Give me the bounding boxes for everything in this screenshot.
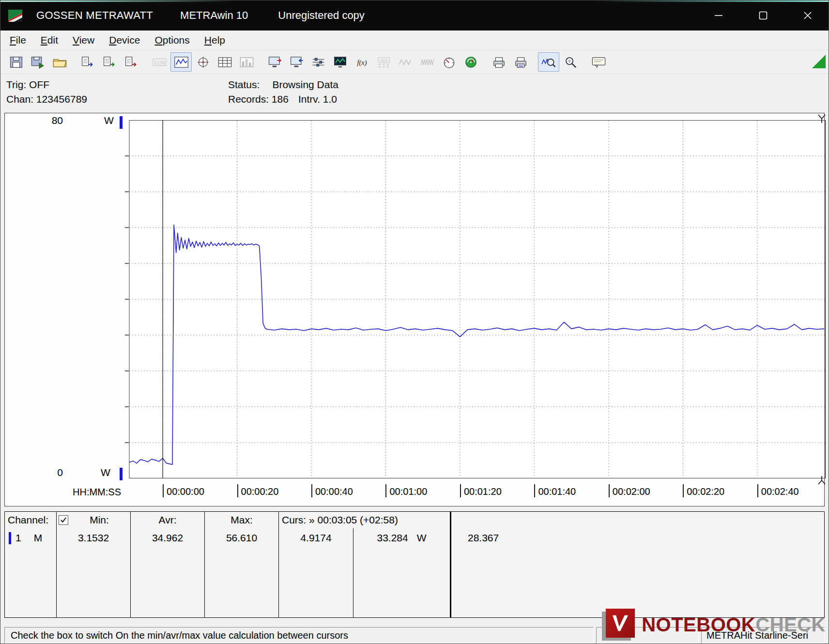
device-read-icon [289,56,304,69]
channel-setup-icon [311,56,326,69]
trend-view-icon [174,56,189,69]
save-as-icon [31,56,46,69]
cursor2-number: 33.284 [377,532,408,544]
channel-number: 1 [15,532,21,544]
toolbar-analog-meter-button[interactable] [438,52,460,72]
cursor2-value: 33.284 W [353,528,450,617]
titlebar: GOSSEN METRAWATT METRAwin 10 Unregistere… [0,0,829,31]
col-channel-header: Channel: [5,512,57,528]
menu-help[interactable]: Help [197,32,232,48]
notebookcheck-logo-icon [605,609,637,641]
green-corner-grip [812,55,826,68]
app-logo-icon [7,7,24,24]
between-cursors-checkbox[interactable] [59,515,68,525]
minimize-button[interactable] [707,6,730,25]
product-title: METRAwin 10 [180,9,248,22]
trigger-status: Trig: OFF [6,79,49,91]
numeric-display-icon: 1235 [152,56,167,69]
calculator-icon: 123 [376,56,391,69]
close-button[interactable] [797,6,819,25]
toolbar-trend-view-button[interactable] [170,52,192,72]
toolbar-device-settings-button[interactable] [264,52,285,72]
x-tick-00:01:40: 00:01:40 [534,484,576,497]
toolbar-open-button[interactable] [49,52,70,72]
toolbar-export-report-button[interactable] [121,52,142,72]
toolbar-export-screen-button[interactable] [99,52,120,72]
formula-icon: f(x) [354,56,369,69]
toolbar-annotation-button[interactable] [588,52,609,72]
toolbar-export-data-button[interactable] [77,52,98,72]
toolbar-formula-button[interactable]: f(x) [351,52,372,72]
analog-meter-icon [442,56,457,69]
channel-status: Chan: 123456789 [6,93,87,105]
cursor-delta-value: 28.367 [450,528,824,617]
toolbar-table-view-button[interactable] [214,52,235,72]
statusbar-hint: Check the box to switch On the min/avr/m… [4,627,594,644]
toolbar-save-as-button[interactable] [27,52,48,72]
minimize-icon [714,11,723,20]
svg-text:123: 123 [381,58,387,62]
channel-cell[interactable]: 1 M [5,528,57,617]
toolbar-channel-setup-button[interactable] [307,52,329,72]
y-cursor-top-marker[interactable] [120,116,123,129]
cursor2-handle-top[interactable] [817,114,826,125]
col-delta-header [450,512,824,528]
maximize-button[interactable] [752,6,774,25]
col-min-header: Min: [57,512,131,528]
max-value: 56.610 [205,528,279,617]
toolbar-zoom-curve-button[interactable] [538,52,559,72]
toolbar-print-button[interactable] [488,52,509,72]
maximize-icon [759,11,768,20]
x-axis-label: HH:MM:SS [73,487,121,498]
toolbar-separator [482,55,488,69]
toolbar-device-read-button[interactable] [286,52,307,72]
menu-file[interactable]: File [2,32,33,48]
cursor2-unit: W [417,532,427,544]
y-axis-min-label: 0 [37,467,63,478]
channel-mode: M [34,532,43,544]
browse-status: Status:Browsing Data [228,79,338,91]
y-axis-unit-top: W [104,115,114,126]
bargraph-view-icon [239,56,254,69]
col-cursor-header: Curs: » 00:03:05 (+02:58) [279,512,450,528]
y-axis-max-label: 80 [37,115,63,126]
plot-area[interactable] [123,120,826,478]
live-monitor-icon [333,56,348,69]
waveform-a-icon [398,56,413,69]
toolbar-save-button[interactable] [5,52,27,72]
toolbar-waveform-b-button [416,52,438,72]
x-tick-00:00:40: 00:00:40 [311,484,353,497]
export-data-icon [80,56,95,69]
y-cursor-bottom-marker[interactable] [120,468,123,480]
trend-chart: 80 W 0 W HH:MM:SS 00:00:0000:00:2000:00:… [4,113,825,506]
toolbar-print-preview-button[interactable] [510,52,531,72]
watermark-word2: CHECK [755,614,826,635]
measurement-table: Channel: Min: Avr: Max: Curs: » 00:03:05… [4,511,825,618]
avr-value: 34.962 [131,528,205,617]
zoom-curve-icon [541,56,556,69]
menu-options[interactable]: Options [147,32,197,48]
save-icon [9,56,24,69]
x-tick-00:01:00: 00:01:00 [385,484,427,497]
toolbar-separator [532,55,538,69]
status-meter-icon [463,56,478,69]
waveform-b-icon [420,56,435,69]
annotation-icon [591,56,606,69]
print-icon [491,56,507,69]
metrawin-window: GOSSEN METRAWATT METRAwin 10 Unregistere… [0,0,829,644]
menu-view[interactable]: View [65,32,102,48]
toolbar-live-monitor-button[interactable] [329,52,351,72]
menu-device[interactable]: Device [102,32,147,48]
menu-edit[interactable]: Edit [33,32,65,48]
x-tick-00:02:20: 00:02:20 [683,484,724,497]
toolbar-xy-view-button[interactable] [192,52,214,72]
export-screen-icon [102,56,117,69]
svg-text:f(x): f(x) [357,58,367,66]
toolbar-zoom-button[interactable] [560,52,581,72]
status-info-panel: Trig: OFF Chan: 123456789 Status:Browsin… [0,74,829,112]
device-settings-icon [267,56,282,69]
menubar: FileEditViewDeviceOptionsHelp [0,31,829,50]
toolbar-status-meter-button[interactable] [460,52,481,72]
interval-value: Intrv. 1.0 [298,93,337,105]
status-value: Browsing Data [272,79,338,90]
